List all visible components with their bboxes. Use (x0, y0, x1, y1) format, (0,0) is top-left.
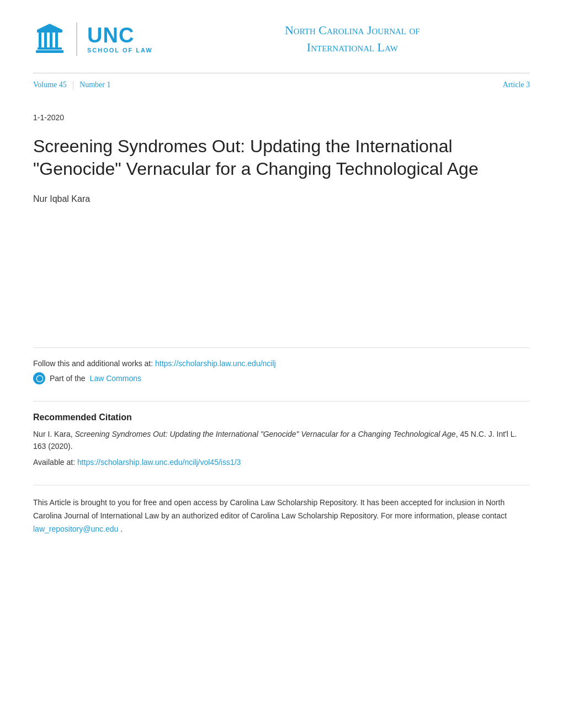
journal-title-line1: North Carolina Journal of (175, 22, 530, 39)
number-link[interactable]: Number 1 (79, 81, 110, 89)
main-content: 1-1-2020 Screening Syndromes Out: Updati… (0, 97, 563, 558)
svg-rect-2 (39, 33, 41, 47)
notice-end: . (120, 524, 123, 533)
unc-building-icon (33, 23, 66, 56)
follow-text: Follow this and additional works at: htt… (33, 359, 530, 368)
citation-author: Nur I. Kara, (33, 430, 75, 438)
citation-available: Available at: https://scholarship.law.un… (33, 456, 530, 468)
article-date: 1-1-2020 (33, 113, 530, 122)
law-commons-link[interactable]: Law Commons (90, 374, 141, 383)
svg-rect-4 (50, 33, 52, 47)
part-of-line: ◯ Part of the Law Commons (33, 372, 530, 384)
svg-rect-5 (55, 33, 58, 47)
header: UNC SCHOOL OF LAW North Carolina Journal… (0, 0, 563, 73)
page: UNC SCHOOL OF LAW North Carolina Journal… (0, 0, 563, 728)
meta-separator: | (72, 80, 74, 90)
logo-divider (76, 23, 77, 56)
svg-rect-0 (36, 50, 63, 53)
notice-section: This Article is brought to you for free … (33, 485, 530, 536)
article-link[interactable]: Article 3 (503, 81, 530, 89)
notice-text: This Article is brought to you for free … (33, 496, 530, 536)
volume-link[interactable]: Volume 45 (33, 81, 67, 89)
journal-title: North Carolina Journal of International … (175, 22, 530, 56)
citation-section: Recommended Citation Nur I. Kara, Screen… (33, 401, 530, 468)
available-label: Available at: (33, 458, 77, 467)
school-of-law-text: SCHOOL OF LAW (87, 47, 153, 53)
article-title: Screening Syndromes Out: Updating the In… (33, 135, 530, 181)
svg-point-8 (45, 28, 54, 32)
logo-section: UNC SCHOOL OF LAW (33, 23, 153, 56)
volume-number: Volume 45 | Number 1 (33, 80, 110, 90)
author-name: Nur Iqbal Kara (33, 194, 530, 204)
unc-text-block: UNC SCHOOL OF LAW (87, 25, 153, 53)
svg-rect-1 (38, 47, 62, 50)
meta-bar: Volume 45 | Number 1 Article 3 (0, 73, 563, 97)
follow-link[interactable]: https://scholarship.law.unc.edu/ncilj (155, 359, 276, 368)
notice-body: This Article is brought to you for free … (33, 498, 507, 520)
unc-logo-text: UNC (87, 25, 134, 46)
citation-title-italic: Screening Syndromes Out: Updating the In… (75, 430, 455, 438)
commons-icon: ◯ (33, 372, 45, 384)
follow-label: Follow this and additional works at: (33, 359, 155, 368)
article-number: Article 3 (503, 81, 530, 89)
follow-section: Follow this and additional works at: htt… (33, 347, 530, 384)
citation-body: Nur I. Kara, Screening Syndromes Out: Up… (33, 428, 530, 453)
svg-rect-3 (44, 33, 47, 47)
available-link[interactable]: https://scholarship.law.unc.edu/ncilj/vo… (77, 458, 241, 467)
citation-heading: Recommended Citation (33, 413, 530, 422)
contact-email-link[interactable]: law_repository@unc.edu (33, 524, 118, 533)
journal-title-line2: International Law (175, 39, 530, 56)
part-of-label: Part of the (50, 374, 86, 383)
